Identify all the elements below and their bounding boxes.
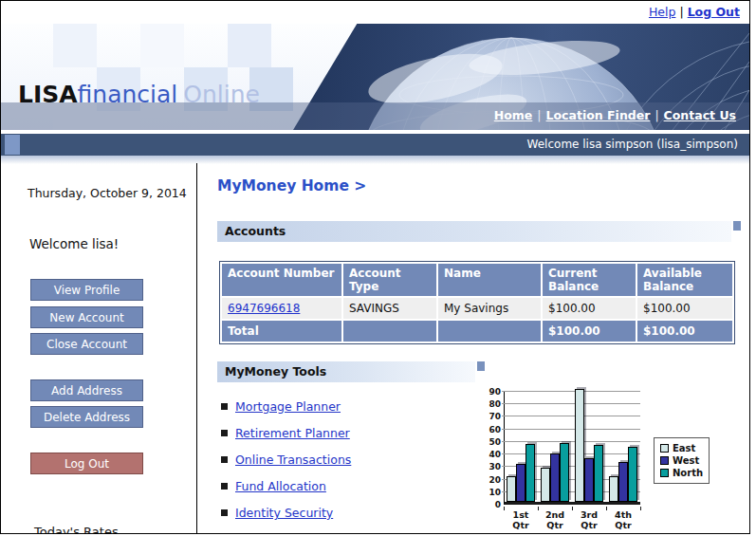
- nav-location-finder-link[interactable]: Location Finder: [546, 108, 651, 122]
- square-bullet-icon: [221, 456, 228, 463]
- chart-x-tick-mark: [572, 507, 573, 510]
- chart-bar-east: [609, 476, 618, 502]
- nav-separator: |: [537, 108, 541, 122]
- square-bullet-icon: [221, 483, 228, 490]
- current-balance-cell: $100.00: [543, 298, 636, 319]
- tools-section-header: MyMoney Tools: [217, 361, 475, 382]
- chart-bar-west: [550, 453, 560, 502]
- nav-home-link[interactable]: Home: [494, 108, 533, 122]
- sidebar-clipped-text: Today's Rates: [34, 525, 119, 534]
- chart-bar-north: [628, 447, 637, 502]
- legend-item-east: East: [660, 442, 703, 454]
- square-bullet-icon: [221, 430, 228, 436]
- chart-bar-west: [516, 464, 526, 502]
- chart-gridline: [502, 403, 640, 404]
- total-current-balance: $100.00: [543, 321, 636, 342]
- square-bullet-icon: [221, 509, 228, 516]
- legend-item-north: North: [660, 467, 703, 479]
- chart-y-tick-label: 10: [487, 488, 501, 497]
- chart-bar-north: [560, 443, 569, 502]
- accounts-band-endcap: [733, 221, 741, 231]
- available-balance-cell: $100.00: [637, 298, 732, 319]
- tool-link-row: Retirement Planner: [221, 426, 350, 443]
- legend-label: North: [673, 468, 703, 478]
- sidebar-divider: [196, 163, 197, 534]
- sidebar-date: Thursday, October 9, 2014: [28, 186, 187, 200]
- accounts-section-header: Accounts: [217, 221, 731, 242]
- breadcrumb: MyMoney Home >: [217, 177, 366, 194]
- banner-tile: [140, 24, 184, 67]
- quarterly-bar-chart: 0102030405060708090 1stQtr2ndQtr3rdQtr4t…: [488, 374, 750, 534]
- new-account-button[interactable]: New Account: [30, 306, 143, 328]
- banner-tile: [228, 24, 271, 67]
- chart-bar-east: [541, 468, 550, 502]
- utility-separator: |: [679, 5, 683, 19]
- chart-legend: EastWestNorth: [654, 437, 710, 484]
- total-empty-cell: [343, 321, 436, 342]
- identity-security-link[interactable]: Identity Security: [235, 506, 333, 520]
- total-label: Total: [222, 321, 341, 342]
- chart-bar-north: [594, 445, 603, 502]
- sidebar-logout-button[interactable]: Log Out: [30, 453, 143, 474]
- chart-y-tick-label: 50: [487, 437, 501, 447]
- chart-bar-east: [575, 389, 584, 502]
- total-row: Total $100.00 $100.00: [222, 321, 732, 342]
- nav-contact-us-link[interactable]: Contact Us: [664, 108, 736, 122]
- online-transactions-link[interactable]: Online Transactions: [235, 453, 351, 467]
- banner-tile: [53, 24, 97, 67]
- chart-gridline: [502, 453, 640, 454]
- welcome-user-text: Welcome lisa simpson (lisa_simpson): [527, 138, 738, 151]
- chart-gridline: [502, 429, 640, 430]
- chart-y-tick-label: 30: [487, 462, 501, 471]
- account-number-link[interactable]: 6947696618: [228, 302, 300, 315]
- chart-y-tick-label: 90: [487, 387, 501, 397]
- header-banner: LISAfinancialOnline Home|Location Finder…: [1, 24, 749, 130]
- chart-plot: [504, 392, 640, 505]
- chart-gridline: [502, 416, 640, 416]
- page: Help|Log Out: [0, 0, 756, 536]
- col-header-name: Name: [438, 264, 541, 296]
- chart-x-axis-labels: 1stQtr2ndQtr3rdQtr4thQtr: [504, 508, 640, 534]
- accounts-table: Account Number Account Type Name Current…: [219, 261, 735, 344]
- chart-y-axis-labels: 0102030405060708090: [488, 392, 502, 505]
- chart-y-tick-label: 40: [487, 450, 501, 459]
- account-name-cell: My Savings: [438, 298, 541, 319]
- tool-link-row: Mortgage Planner: [221, 399, 341, 416]
- tool-link-row: Online Transactions: [221, 453, 351, 470]
- chart-x-tick-label: 4thQtr: [606, 509, 640, 530]
- tools-band-endcap: [477, 361, 485, 371]
- chart-y-tick-label: 20: [487, 475, 501, 485]
- chart-gridline: [502, 441, 640, 442]
- help-link[interactable]: Help: [649, 5, 676, 19]
- chart-bar-west: [584, 458, 594, 502]
- logout-link[interactable]: Log Out: [688, 5, 740, 19]
- chart-bar-west: [618, 462, 628, 502]
- chart-x-tick-label: 3rdQtr: [572, 509, 606, 530]
- total-available-balance: $100.00: [637, 321, 732, 342]
- fund-allocation-link[interactable]: Fund Allocation: [235, 479, 326, 493]
- tool-link-row: Fund Allocation: [221, 479, 326, 496]
- retirement-planner-link[interactable]: Retirement Planner: [235, 426, 350, 440]
- account-row: 6947696618 SAVINGS My Savings $100.00 $1…: [222, 298, 732, 319]
- sidebar-greeting: Welcome lisa!: [29, 236, 119, 251]
- add-address-button[interactable]: Add Address: [30, 379, 143, 401]
- view-profile-button[interactable]: View Profile: [30, 279, 143, 301]
- legend-swatch-icon: [660, 456, 669, 465]
- chart-x-tick-mark: [640, 507, 641, 510]
- chart-x-tick-label: 2ndQtr: [538, 509, 572, 530]
- col-header-current-balance: Current Balance: [543, 264, 636, 296]
- browser-page-frame: Help|Log Out: [0, 0, 750, 534]
- tool-link-row: Identity Security: [221, 506, 333, 523]
- col-header-account-type: Account Type: [343, 264, 436, 296]
- chart-y-tick-label: 70: [487, 412, 501, 421]
- accounts-table-header-row: Account Number Account Type Name Current…: [222, 264, 732, 296]
- delete-address-button[interactable]: Delete Address: [30, 406, 143, 428]
- mortgage-planner-link[interactable]: Mortgage Planner: [235, 399, 341, 414]
- account-type-cell: SAVINGS: [343, 298, 436, 319]
- col-header-available-balance: Available Balance: [637, 264, 732, 296]
- utility-bar: Help|Log Out: [1, 1, 749, 24]
- legend-swatch-icon: [660, 469, 669, 477]
- chart-x-tick-mark: [538, 507, 539, 510]
- close-account-button[interactable]: Close Account: [30, 333, 143, 355]
- chart-bar-east: [507, 476, 516, 502]
